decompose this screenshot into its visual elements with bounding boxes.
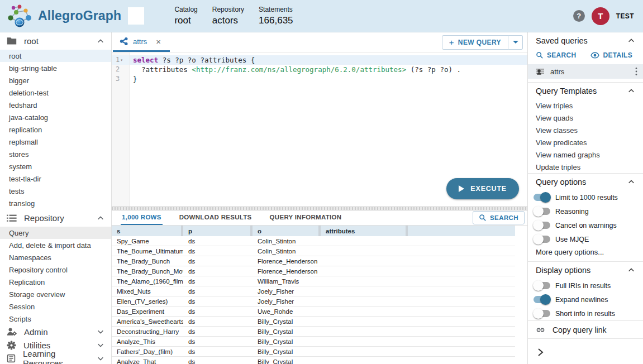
template-view-named-graphs[interactable]: View named graphs xyxy=(528,149,643,161)
sidebar-section-admin[interactable]: Admin xyxy=(0,325,111,338)
execute-button[interactable]: EXECUTE xyxy=(446,178,519,199)
saved-queries-header[interactable]: Saved queries xyxy=(528,32,643,49)
results-tab-download-results[interactable]: DOWNLOAD RESULTS xyxy=(178,210,253,225)
chevron-up-icon[interactable] xyxy=(627,266,635,274)
column-header-s[interactable]: s xyxy=(112,226,183,236)
chevron-up-icon[interactable] xyxy=(627,87,635,95)
catalog-item-stores[interactable]: stores xyxy=(0,148,111,160)
catalog-item-big-string-table[interactable]: big-string-table xyxy=(0,62,111,74)
saved-queries-search-link[interactable]: SEARCH xyxy=(536,51,576,59)
sidebar-section-learning-resources[interactable]: Learning Resources xyxy=(0,352,111,364)
table-row[interactable]: The_Alamo_(1960_film)dsWilliam_Travis xyxy=(112,276,515,286)
catalog-item-bigger[interactable]: bigger xyxy=(0,74,111,87)
table-row[interactable]: America's_SweetheartsdsBilly_Crystal xyxy=(112,317,515,327)
table-row[interactable]: Spy_GamedsColin_Stinton xyxy=(112,236,515,246)
catalog-item-root[interactable]: root xyxy=(0,50,111,62)
more-query-options-link[interactable]: More query options... xyxy=(528,246,643,261)
table-row[interactable]: Analyze_ThisdsBilly_Crystal xyxy=(112,337,515,347)
repository-section-header[interactable]: Repository xyxy=(0,209,111,227)
toggle-expand-newlines[interactable] xyxy=(534,296,550,303)
table-row[interactable]: Das_ExperimentdsUwe_Rohde xyxy=(112,306,515,317)
fold-caret-icon[interactable]: ▾ xyxy=(120,55,123,65)
table-row[interactable]: Deconstructing_HarrydsBilly_Crystal xyxy=(112,327,515,337)
copy-query-link-button[interactable]: Copy query link xyxy=(528,320,643,339)
template-view-triples[interactable]: View triples xyxy=(528,99,643,112)
allegrograph-logo[interactable]: AllegroGraph xyxy=(7,4,144,28)
catalog-item-test-tla-dir[interactable]: test-tla-dir xyxy=(0,173,111,185)
repository-item-session[interactable]: Session xyxy=(0,300,111,313)
new-query-button[interactable]: + NEW QUERY xyxy=(442,35,508,50)
toggle-knob xyxy=(533,308,544,319)
results-search-button[interactable]: SEARCH xyxy=(473,211,525,224)
catalog-section-header[interactable]: root xyxy=(0,32,111,50)
cell-filler xyxy=(408,317,515,326)
help-icon[interactable]: ? xyxy=(573,10,585,22)
template-update-triples[interactable]: Update triples xyxy=(528,161,643,173)
column-header-attributes[interactable]: attributes xyxy=(321,226,408,236)
cell: Billy_Crystal xyxy=(253,357,321,364)
catalog-item-deletion-test[interactable]: deletion-test xyxy=(0,87,111,99)
chevron-up-icon[interactable] xyxy=(627,37,635,45)
display-options-header[interactable]: Display options xyxy=(528,262,643,279)
close-tab-icon[interactable]: × xyxy=(156,37,161,46)
saved-query-attrs[interactable]: attrs xyxy=(528,64,643,79)
copy-query-link-label: Copy query link xyxy=(552,325,607,334)
chevron-up-icon[interactable] xyxy=(97,214,104,222)
catalog-item-tests[interactable]: tests xyxy=(0,185,111,197)
catalog-item-replication[interactable]: replication xyxy=(0,123,111,136)
query-options-header[interactable]: Query options xyxy=(528,174,643,190)
table-row[interactable]: The_Bourne_Ultimatum_(film)dsColin_Stint… xyxy=(112,246,515,256)
column-header-o[interactable]: o xyxy=(253,226,321,236)
toggle-full-iris-in-results[interactable] xyxy=(534,282,550,289)
toggle-reasoning[interactable] xyxy=(534,208,550,215)
toggle-short-info-in-results[interactable] xyxy=(534,310,550,317)
code-segment: ?s ?p ?o ?attributes { xyxy=(158,56,255,64)
repository-stat: Repository actors xyxy=(212,6,244,26)
repository-item-storage-overview[interactable]: Storage overview xyxy=(0,288,111,300)
cell: The_Bourne_Ultimatum_(film) xyxy=(112,246,183,256)
catalog-item-system[interactable]: system xyxy=(0,160,111,173)
saved-queries-details-link[interactable]: DETAILS xyxy=(590,51,632,59)
repository-item-query[interactable]: Query xyxy=(0,227,111,239)
kebab-menu-icon[interactable] xyxy=(635,67,637,76)
chevron-down-icon[interactable] xyxy=(97,328,104,336)
table-row[interactable]: Analyze_ThatdsBilly_Crystal xyxy=(112,357,515,364)
repository-item-add-delete-import-data[interactable]: Add, delete & import data xyxy=(0,239,111,251)
catalog-item-replsmall[interactable]: replsmall xyxy=(0,136,111,148)
repository-item-repository-control[interactable]: Repository control xyxy=(0,264,111,276)
toggle-limit-to-1000-results[interactable] xyxy=(534,194,550,201)
collapse-panel-button[interactable] xyxy=(528,341,643,364)
table-row[interactable]: Mixed_NutsdsJoely_Fisher xyxy=(112,286,515,296)
table-row[interactable]: Ellen_(TV_series)dsJoely_Fisher xyxy=(112,296,515,306)
repository-item-replication[interactable]: Replication xyxy=(0,276,111,288)
chevron-down-icon[interactable] xyxy=(97,355,104,362)
toggle-use-mjqe[interactable] xyxy=(534,236,550,243)
query-templates-header[interactable]: Query Templates xyxy=(528,83,643,99)
tab-attrs[interactable]: attrs × xyxy=(113,32,170,52)
table-row[interactable]: Fathers'_Day_(film)dsBilly_Crystal xyxy=(112,347,515,357)
avatar[interactable]: T xyxy=(592,7,609,25)
cell: Spy_Game xyxy=(112,236,183,246)
column-header-p[interactable]: p xyxy=(183,226,253,236)
chevron-up-icon[interactable] xyxy=(627,178,635,186)
results-tab-1-000-rows[interactable]: 1,000 ROWS xyxy=(121,210,163,225)
query-editor[interactable]: 1▾23 select ?s ?p ?o ?attributes { ?attr… xyxy=(112,52,527,207)
repository-item-namespaces[interactable]: Namespaces xyxy=(0,251,111,264)
catalog-item-fedshard[interactable]: fedshard xyxy=(0,99,111,111)
chevron-down-icon[interactable] xyxy=(97,341,104,349)
catalog-item-java-catalog[interactable]: java-catalog xyxy=(0,111,111,123)
template-view-predicates[interactable]: View predicates xyxy=(528,136,643,149)
template-view-classes[interactable]: View classes xyxy=(528,124,643,136)
results-tab-query-information[interactable]: QUERY INFORMATION xyxy=(269,210,343,225)
chevron-up-icon[interactable] xyxy=(97,37,104,45)
repository-item-scripts[interactable]: Scripts xyxy=(0,313,111,325)
option-row-expand-newlines: Expand newlines xyxy=(528,293,643,306)
new-query-dropdown-button[interactable] xyxy=(508,35,523,50)
editor-results-splitter[interactable] xyxy=(112,207,527,210)
catalog-item-translog[interactable]: translog xyxy=(0,197,111,209)
template-view-quads[interactable]: View quads xyxy=(528,112,643,124)
cell: William_Travis xyxy=(253,276,321,286)
toggle-cancel-on-warnings[interactable] xyxy=(534,222,550,229)
table-row[interactable]: The_Brady_Bunch_MoviedsFlorence_Henderso… xyxy=(112,266,515,276)
table-row[interactable]: The_Brady_BunchdsFlorence_Henderson xyxy=(112,256,515,266)
